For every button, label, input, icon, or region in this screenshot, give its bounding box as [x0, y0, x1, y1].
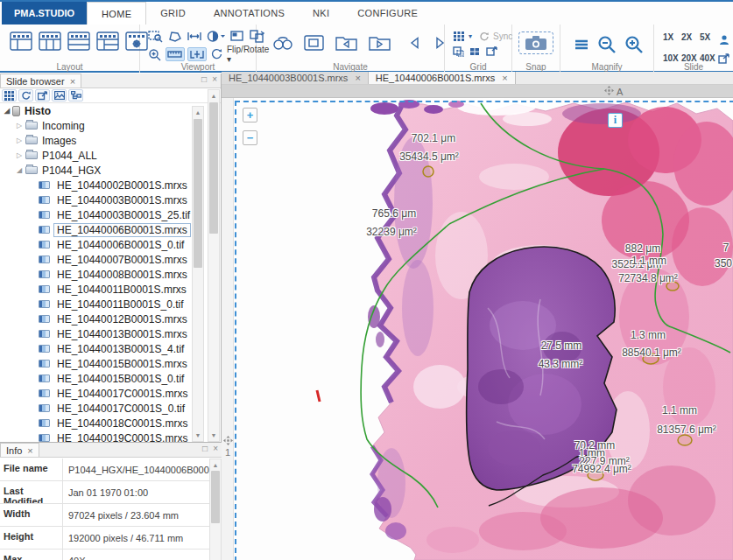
tree-file[interactable]: HE_10440017C0001S.mrxs — [0, 386, 222, 401]
refresh-icon[interactable] — [18, 89, 33, 102]
grid-refresh-icon[interactable] — [452, 46, 465, 58]
flip-rotate-icon[interactable] — [209, 47, 224, 61]
tree-file[interactable]: HE_10440017C0001S_0.tif — [0, 401, 222, 416]
tree-file[interactable]: HE_10440013B0001S_4.tif — [0, 341, 222, 356]
expander-icon[interactable]: ▷ — [15, 136, 24, 144]
grid-fill-icon[interactable] — [469, 46, 482, 58]
magnification-menu-icon[interactable] — [573, 38, 590, 52]
zoom-level-button[interactable]: 1X — [663, 32, 681, 46]
horizontal-splitter[interactable]: A — [222, 85, 733, 98]
tree-file[interactable]: HE_10440007B0001S.mrxs — [0, 252, 222, 267]
previous-slide-folder-icon[interactable] — [334, 32, 360, 53]
maximize-panel-icon[interactable]: □ — [201, 74, 207, 84]
tree-file[interactable]: HE_10440006B0001S.mrxs — [0, 222, 222, 237]
scroll-down-icon[interactable]: ▼ — [208, 432, 219, 438]
thumbnail-view-icon[interactable] — [2, 89, 17, 102]
layout-rows-icon[interactable] — [67, 31, 91, 52]
ribbon-tab[interactable]: CONFIGURE — [343, 2, 432, 24]
scrollbar-thumb[interactable] — [194, 119, 202, 268]
slide-browser-tab[interactable]: Slide browser × — [0, 74, 81, 88]
scroll-up-icon[interactable]: ▲ — [208, 93, 219, 99]
tree-scrollbar[interactable]: ▲ ▼ — [192, 106, 204, 442]
layout-mixed-icon[interactable] — [95, 31, 120, 52]
zoom-level-button[interactable]: 2X — [681, 32, 700, 46]
scroll-up-icon[interactable]: ▲ — [193, 109, 203, 116]
ribbon-tab[interactable]: HOME — [87, 2, 146, 24]
zoom-region-icon[interactable] — [147, 29, 164, 44]
scrollbar-thumb[interactable] — [211, 471, 220, 523]
tree-file[interactable]: HE_10440012B0001S.mrxs — [0, 312, 222, 326]
tree-file[interactable]: HE_10440015B0001S_0.tif — [0, 371, 222, 386]
close-icon[interactable]: × — [70, 76, 75, 87]
scroll-up-icon[interactable]: ▲ — [210, 462, 221, 468]
measure-area-icon[interactable] — [187, 47, 207, 61]
app-menu-tab[interactable]: PMA.STUDIO — [2, 2, 87, 24]
tree-file[interactable]: HE_10440011B0001S.mrxs — [0, 282, 222, 297]
maximize-panel-icon[interactable]: □ — [202, 444, 208, 453]
fit-width-icon[interactable] — [186, 29, 203, 44]
slide-viewport[interactable]: 702.1 μm35434.5 μm²765.6 μm32239 μm²882 … — [234, 98, 733, 560]
slide-overview-icon[interactable] — [302, 32, 327, 53]
tree-file[interactable]: HE_10440015B0001S.mrxs — [0, 356, 222, 371]
ribbon-tab[interactable]: GRID — [146, 2, 200, 24]
search-binoculars-icon[interactable] — [271, 33, 295, 52]
zoom-out-icon[interactable] — [596, 34, 617, 55]
zoom-out-button[interactable]: − — [243, 130, 257, 145]
slide-info-button[interactable]: i — [608, 113, 623, 128]
sync-icon[interactable] — [477, 31, 490, 43]
zoom-level-button[interactable]: 5X — [700, 32, 718, 46]
tree-root-histo[interactable]: ◢ Histo — [0, 103, 222, 118]
open-in-viewer-icon[interactable] — [35, 89, 50, 102]
expander-icon[interactable]: ◢ — [15, 166, 24, 174]
tree-file[interactable]: HE_10440002B0001S.mrxs — [0, 178, 222, 192]
viewer-tab[interactable]: HE_10440006B0001S.mrxs × — [369, 72, 516, 84]
expander-icon[interactable]: ▷ — [15, 122, 24, 130]
previous-arrow-icon[interactable] — [407, 35, 421, 51]
expander-icon[interactable]: ◢ — [3, 107, 11, 115]
info-scrollbar[interactable]: ▲ — [209, 458, 222, 560]
grid-dropdown-icon[interactable]: ▾ — [469, 32, 472, 40]
ribbon-tab[interactable]: ANNOTATIONS — [200, 2, 299, 24]
tree-file[interactable]: HE_10440011B0001S_0.tif — [0, 297, 222, 312]
tree-folder[interactable]: ▷ Incoming — [0, 118, 222, 133]
expander-icon[interactable]: ▷ — [15, 151, 24, 159]
close-icon[interactable]: × — [502, 73, 507, 83]
scrollbar-thumb[interactable] — [209, 102, 218, 234]
close-panel-icon[interactable]: × — [213, 444, 218, 453]
info-tab[interactable]: Info × — [0, 443, 39, 457]
tree-file[interactable]: HE_10440008B0001S.mrxs — [0, 267, 222, 282]
grid-export-icon[interactable] — [485, 46, 498, 58]
sync-label[interactable]: Sync — [493, 32, 512, 41]
tree-folder[interactable]: ◢ P1044_HGX — [0, 163, 222, 178]
tree-folder[interactable]: ▷ P1044_ALL — [0, 148, 222, 163]
tree-file[interactable]: HE_10440003B0001S.mrxs — [0, 192, 222, 207]
tree-file[interactable]: HE_10440006B0001S_0.tif — [0, 237, 222, 252]
brightness-contrast-icon[interactable] — [206, 29, 227, 44]
zoom-in-button[interactable]: + — [243, 108, 257, 122]
vertical-splitter[interactable]: 1 — [222, 98, 234, 560]
ribbon-tab[interactable]: NKI — [299, 2, 343, 24]
polygon-view-icon[interactable] — [166, 29, 183, 44]
magnifier-icon[interactable] — [147, 47, 163, 62]
measure-ruler-icon[interactable] — [166, 47, 185, 61]
panel-scrollbar[interactable]: ▲ ▼ — [208, 89, 220, 442]
layout-single-icon[interactable] — [9, 31, 33, 52]
close-panel-icon[interactable]: × — [212, 74, 217, 84]
zoom-in-icon[interactable] — [624, 34, 645, 55]
viewer-tab[interactable]: HE_10440003B0001S.mrxs × — [222, 72, 369, 84]
barcode-label-icon[interactable] — [718, 32, 730, 48]
next-slide-folder-icon[interactable] — [367, 32, 393, 53]
snapshot-camera-icon[interactable] — [518, 32, 553, 54]
tree-file[interactable]: HE_10440018C0001S.mrxs — [0, 416, 222, 430]
grid-toggle-icon[interactable] — [452, 30, 466, 43]
tree-view-icon[interactable] — [68, 89, 83, 102]
tree-file[interactable]: HE_10440013B0001S.mrxs — [0, 326, 222, 341]
tree-folder[interactable]: ▷ Images — [0, 133, 222, 148]
overview-window-icon[interactable] — [229, 29, 246, 44]
close-icon[interactable]: × — [355, 73, 360, 83]
layout-two-col-icon[interactable] — [38, 31, 62, 52]
scroll-down-icon[interactable]: ▼ — [193, 432, 203, 438]
image-preview-icon[interactable] — [52, 89, 67, 102]
tree-file[interactable]: HE_10440003B0001S_25.tif — [0, 207, 222, 222]
close-icon[interactable]: × — [27, 445, 32, 456]
